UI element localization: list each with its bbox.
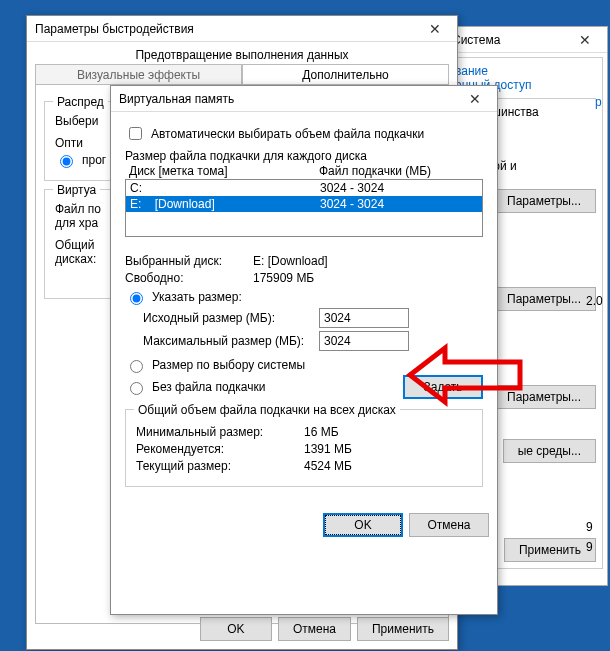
free-space-row: Свободно: 175909 МБ bbox=[125, 271, 483, 285]
perf-cancel-button[interactable]: Отмена bbox=[278, 617, 351, 641]
vm-titlebar: Виртуальная память ✕ bbox=[111, 86, 497, 112]
close-icon[interactable]: ✕ bbox=[421, 20, 449, 38]
system-num-3: 9 bbox=[586, 540, 593, 554]
params-button-3[interactable]: Параметры... bbox=[492, 385, 596, 409]
perf-ok-button[interactable]: OK bbox=[200, 617, 272, 641]
selected-drive-row: Выбранный диск: E: [Download] bbox=[125, 254, 483, 268]
cur-label: Текущий размер: bbox=[136, 459, 296, 473]
max-size-label: Максимальный размер (МБ): bbox=[143, 334, 311, 348]
list-item[interactable]: C: 3024 - 3024 bbox=[126, 180, 482, 196]
system-num-2: 9 bbox=[586, 520, 593, 534]
system-titlebar: Система ✕ bbox=[444, 27, 607, 53]
min-value: 16 МБ bbox=[304, 425, 339, 439]
list-item[interactable]: E: [Download] 3024 - 3024 bbox=[126, 196, 482, 212]
auto-manage-checkbox[interactable]: Автоматически выбирать объем файла подка… bbox=[125, 124, 483, 143]
rec-label: Рекомендуется: bbox=[136, 442, 296, 456]
vm-dialog: Виртуальная память ✕ Автоматически выбир… bbox=[110, 85, 498, 615]
initial-size-input[interactable] bbox=[319, 308, 409, 328]
programs-radio-input[interactable] bbox=[60, 155, 73, 168]
vm-buttons: OK Отмена bbox=[111, 505, 497, 545]
system-title: Система bbox=[452, 33, 500, 47]
perf-apply-button[interactable]: Применить bbox=[357, 617, 449, 641]
system-num-1: 2.0 bbox=[586, 294, 603, 308]
free-label: Свободно: bbox=[125, 271, 245, 285]
each-drive-label: Размер файла подкачки для каждого диска bbox=[125, 149, 483, 163]
selected-drive-value: E: [Download] bbox=[253, 254, 328, 268]
vm-title: Виртуальная память bbox=[119, 92, 234, 106]
vm-cancel-button[interactable]: Отмена bbox=[409, 513, 489, 537]
total-legend: Общий объем файла подкачки на всех диска… bbox=[134, 403, 400, 417]
vm-body: Автоматически выбирать объем файла подка… bbox=[111, 112, 497, 505]
selected-drive-label: Выбранный диск: bbox=[125, 254, 245, 268]
system-managed-radio-input[interactable] bbox=[130, 360, 143, 373]
max-size-input[interactable] bbox=[319, 331, 409, 351]
drive-list[interactable]: C: 3024 - 3024 E: [Download] 3024 - 3024 bbox=[125, 179, 483, 237]
perf-tabstrip: Визуальные эффекты Дополнительно bbox=[27, 63, 457, 84]
vm-legend: Виртуа bbox=[53, 183, 100, 197]
rec-value: 1391 МБ bbox=[304, 442, 352, 456]
perf-buttons: OK Отмена Применить bbox=[192, 609, 457, 649]
min-label: Минимальный размер: bbox=[136, 425, 296, 439]
scheduling-legend: Распред bbox=[53, 95, 108, 109]
params-button-1[interactable]: Параметры... bbox=[492, 189, 596, 213]
system-r-link[interactable]: р bbox=[595, 95, 602, 109]
free-value: 175909 МБ bbox=[253, 271, 314, 285]
col-drive: Диск [метка тома] bbox=[129, 164, 319, 178]
env-vars-button[interactable]: ые среды... bbox=[503, 439, 596, 463]
no-paging-radio-input[interactable] bbox=[130, 382, 143, 395]
close-icon[interactable]: ✕ bbox=[461, 90, 489, 108]
close-icon[interactable]: ✕ bbox=[571, 31, 599, 49]
perf-titlebar: Параметры быстродействия ✕ bbox=[27, 16, 457, 42]
max-size-row: Максимальный размер (МБ): bbox=[125, 331, 483, 351]
perf-title: Параметры быстродействия bbox=[35, 22, 194, 36]
perf-tab-dep[interactable]: Предотвращение выполнения данных bbox=[27, 42, 457, 63]
cur-value: 4524 МБ bbox=[304, 459, 352, 473]
custom-size-radio-input[interactable] bbox=[130, 292, 143, 305]
system-managed-radio[interactable]: Размер по выбору системы bbox=[125, 357, 483, 373]
no-paging-radio[interactable]: Без файла подкачки bbox=[125, 379, 265, 395]
auto-manage-checkbox-input[interactable] bbox=[129, 127, 142, 140]
total-group: Общий объем файла подкачки на всех диска… bbox=[125, 409, 483, 487]
tab-visual-effects[interactable]: Визуальные эффекты bbox=[35, 64, 242, 85]
initial-size-row: Исходный размер (МБ): bbox=[125, 308, 483, 328]
col-size: Файл подкачки (МБ) bbox=[319, 164, 479, 178]
vm-ok-button[interactable]: OK bbox=[323, 513, 403, 537]
drive-list-header: Диск [метка тома] Файл подкачки (МБ) bbox=[125, 163, 483, 179]
system-link-1[interactable]: вание bbox=[455, 64, 596, 78]
system-apply-button[interactable]: Применить bbox=[504, 538, 596, 562]
set-button[interactable]: Задать bbox=[403, 375, 483, 399]
tab-advanced[interactable]: Дополнительно bbox=[242, 64, 449, 85]
initial-size-label: Исходный размер (МБ): bbox=[143, 311, 311, 325]
params-button-2[interactable]: Параметры... bbox=[492, 287, 596, 311]
custom-size-radio[interactable]: Указать размер: bbox=[125, 289, 483, 305]
